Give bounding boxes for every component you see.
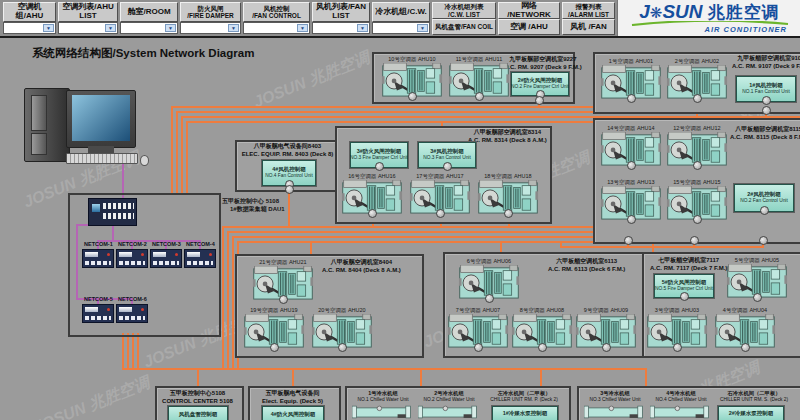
group-header: 右冷水机间（二甲板） CHILLER UNIT RM. S. (Deck 2)	[714, 390, 794, 404]
toolbar-button-fan-control[interactable]: 风机控制/FAN CONTROL	[243, 2, 310, 22]
toolbar-button-fire-damper[interactable]: 防火风闸/FIRE DAMPER	[180, 2, 241, 22]
netcom-module[interactable]	[82, 304, 114, 323]
chevron-down-icon[interactable]: ▼	[165, 24, 176, 32]
netcom-module[interactable]	[184, 249, 216, 268]
chevron-down-icon[interactable]: ▼	[228, 24, 239, 32]
drive-bay	[31, 95, 47, 131]
logo-text: J❋SUN 兆胜空调	[639, 2, 780, 21]
group-name-en: CHILLER UNIT RM. P. (Deck 2)	[484, 397, 564, 403]
ahu-combobox[interactable]: ▼	[3, 22, 56, 34]
netcom-module[interactable]	[116, 249, 148, 268]
ahu-unit[interactable]: 5号空调器 AHU05	[726, 256, 788, 298]
room-combobox[interactable]: ▼	[120, 22, 178, 34]
ahu-unit[interactable]: 2号空调器 AHU02	[666, 57, 728, 99]
toolbar-button-ahu-page[interactable]: 空调 /AHU	[498, 19, 560, 35]
netcom-module[interactable]	[116, 304, 148, 323]
chiller-graphic[interactable]	[650, 405, 712, 419]
chiller-label: 1号冷水机组 NO.1 Chilled Water Unit	[352, 390, 414, 404]
fan-ctrl-button[interactable]: 1#风机控制箱 NO.1 Fan Control Unit	[736, 76, 796, 102]
bus-line	[292, 368, 294, 386]
fan-ctrl-button[interactable]: 4#风机控制箱 NO.4 Fan Control Unit	[262, 160, 316, 186]
toolbar-button-fan-coil[interactable]: 风机盘管/FAN COIL	[432, 19, 496, 35]
toolbar-button-fan-page[interactable]: 风机 /FAN	[562, 19, 615, 35]
ahu-unit[interactable]: 8号空调器 AHU08	[511, 306, 573, 348]
toolbar-button-cw-list[interactable]: 冷水机组列表/C.W. LIST	[432, 2, 496, 19]
ethernet-switch[interactable]	[88, 198, 137, 226]
chevron-down-icon[interactable]: ▼	[417, 24, 428, 32]
ahu-unit[interactable]: 12号空调器 AHU12	[666, 124, 728, 166]
group-name-zh: 右冷水机间（二甲板）	[714, 390, 794, 397]
panel-label-line1: 五甲板控制中心 5108	[222, 197, 285, 205]
toolbar-button-alarm-list[interactable]: 报警列表/ALARM LIST	[562, 2, 615, 19]
chevron-down-icon[interactable]: ▼	[297, 24, 308, 32]
toolbar-separator	[0, 36, 800, 38]
fan-list-combobox[interactable]: ▼	[312, 22, 370, 34]
watermark: JOSUN 兆胜空调	[31, 373, 153, 420]
fire-damper-ctrl-button[interactable]: 4#防火风闸控制箱	[262, 406, 324, 420]
cw-combobox[interactable]: ▼	[372, 22, 430, 34]
ahu-unit[interactable]: 15号空调器 AHU15	[666, 178, 728, 220]
ahu-unit[interactable]: 4号空调器 AHU04	[714, 306, 776, 348]
chiller-graphic[interactable]	[352, 405, 414, 419]
ahu-unit[interactable]: 19号空调器 AHU19	[243, 306, 305, 348]
connector-dot	[285, 185, 294, 194]
group-name-en: Elect. Equip. (Deck 5)	[251, 398, 334, 406]
ahu-unit[interactable]: 1号空调器 AHU01	[600, 57, 662, 99]
ahu-unit[interactable]: 14号空调器 AHU14	[600, 124, 662, 166]
group-name-zh: 九甲板艉部空调机室9227	[504, 56, 582, 64]
netcom-module[interactable]	[150, 249, 182, 268]
ahu-unit[interactable]: 20号空调器 AHU20	[311, 306, 373, 348]
toolbar-button-fan-list[interactable]: 风机列表/FAN LIST	[312, 2, 370, 22]
connector-dot	[535, 96, 544, 105]
fan-coil-ctrl-button[interactable]: 风机盘管控制箱	[168, 406, 228, 420]
fire-damper-ctrl-button[interactable]: 5#防火风闸控制箱 NO.5 Fire Damper Ctrl Unit	[654, 274, 714, 298]
ahu-unit[interactable]: 18号空调器 AHU18	[477, 172, 539, 214]
group-name-en: ELEC. EQUIP. RM. 8403 (Deck 8)	[240, 151, 335, 159]
ahu-unit[interactable]: 6号空调器 AHU06	[458, 257, 520, 299]
pump-ctrl-button[interactable]: 1#冷媒水泵控制箱	[492, 406, 558, 420]
fan-ctrl-button[interactable]: 2#风机控制箱 NO.2 Fan Control Unit	[734, 184, 794, 212]
connector-dot	[627, 94, 636, 103]
ahu-unit[interactable]: 17号空调器 AHU17	[409, 172, 471, 214]
fire-damper-ctrl-button[interactable]: 2#防火风闸控制箱 NO.2 Fire Damper Ctrl Unit	[511, 72, 569, 96]
toolbar-button-ahu[interactable]: 空调机组/AHU	[3, 2, 56, 22]
group-header: 八甲板艉空调机室8404 A.C. RM. 8404 (Deck 8 A.M.)	[322, 259, 401, 275]
toolbar-button-network[interactable]: 网络 /NETWORK	[498, 2, 560, 19]
netcom-label: NETCOM-3	[152, 241, 181, 247]
toolbar-button-room[interactable]: 舱室/ROOM	[120, 2, 178, 22]
button-label: /ALARM LIST	[568, 11, 609, 18]
ahu-unit[interactable]: 16号空调器 AHU16	[341, 172, 403, 214]
bus-line	[181, 116, 183, 193]
connector-dot	[762, 106, 771, 115]
ahu-unit[interactable]: 3号空调器 AHU03	[646, 306, 708, 348]
chevron-down-icon[interactable]: ▼	[357, 24, 368, 32]
ahu-unit[interactable]: 7号空调器 AHU07	[447, 306, 509, 348]
chiller-graphic[interactable]	[418, 405, 480, 419]
ahu-list-combobox[interactable]: ▼	[58, 22, 118, 34]
toolbar-button-ahu-list[interactable]: 空调列表/AHU LIST	[58, 2, 118, 22]
ahu-label: 18号空调器 AHU18	[477, 172, 539, 180]
ahu-unit[interactable]: 13号空调器 AHU13	[600, 178, 662, 220]
ahu-unit[interactable]: 11号空调器 AHU11	[448, 55, 510, 97]
toolbar-button-cw[interactable]: 冷水机组/C.W.	[372, 2, 430, 22]
fan-ctrl-button[interactable]: 3#风机控制箱 NO.3 Fan Control Unit	[418, 142, 476, 168]
bus-line	[132, 333, 134, 368]
netcom-module[interactable]	[82, 249, 114, 268]
pump-ctrl-button[interactable]: 2#冷媒水泵控制箱	[718, 406, 784, 420]
group-header: 五甲板艉电气设备间 Elect. Equip. (Deck 5)	[251, 390, 334, 406]
logo-j: J	[639, 1, 650, 22]
button-label: 报警列表	[576, 3, 602, 10]
fire-damper-combobox[interactable]: ▼	[180, 22, 241, 34]
button-label-zh: 2#冷媒水泵控制箱	[729, 410, 774, 418]
bus-line	[310, 241, 312, 254]
ahu-unit[interactable]: 21号空调器 AHU21	[252, 258, 314, 300]
ahu-unit[interactable]: 10号空调器 AHU10	[381, 55, 443, 97]
button-label: 冷水机组/C.W.	[375, 8, 427, 17]
ahu-unit[interactable]: 9号空调器 AHU09	[575, 306, 637, 348]
chiller-graphic[interactable]	[584, 405, 646, 419]
chevron-down-icon[interactable]: ▼	[43, 24, 54, 32]
netcom-label: NETCOM-5	[84, 296, 113, 302]
chevron-down-icon[interactable]: ▼	[105, 24, 116, 32]
fan-control-combobox[interactable]: ▼	[243, 22, 310, 34]
fire-damper-ctrl-button[interactable]: 3#防火风闸控制箱 NO.3 Fire Damper Ctrl Unit	[350, 142, 408, 168]
